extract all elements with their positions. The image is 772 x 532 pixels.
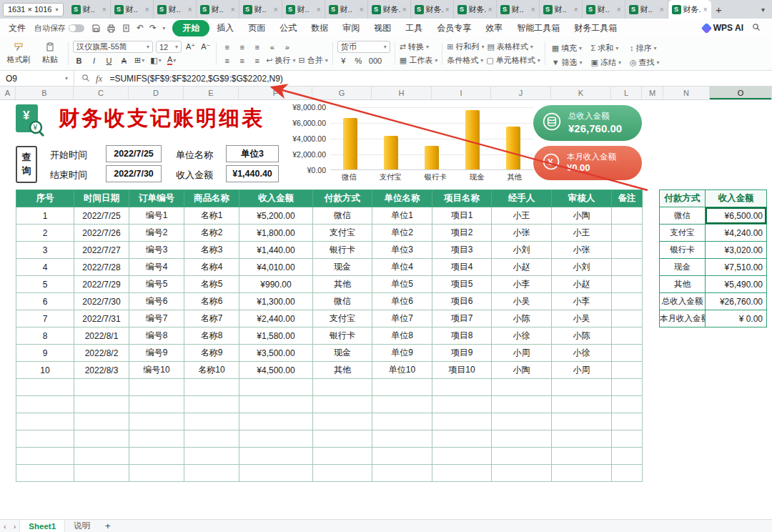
ledger-cell[interactable]: 2022/7/25 — [74, 207, 129, 225]
empty-cell[interactable] — [492, 430, 552, 448]
bold-button[interactable]: B — [73, 54, 85, 66]
empty-cell[interactable] — [16, 396, 74, 413]
ledger-cell[interactable]: 名称2 — [184, 225, 239, 242]
empty-cell[interactable] — [372, 379, 432, 396]
summary-cell[interactable]: 微信 — [660, 207, 706, 225]
ribbon-tab-数据[interactable]: 数据 — [304, 20, 335, 36]
ledger-cell[interactable]: 小徐 — [552, 345, 612, 362]
document-tab[interactable]: S财..× — [540, 0, 583, 19]
close-icon[interactable]: × — [660, 6, 664, 14]
ledger-cell[interactable]: 4 — [16, 259, 74, 276]
font-size-select[interactable]: 12 ▾ — [156, 41, 182, 53]
quick-action-button[interactable]: ▦填充▾ — [552, 43, 583, 54]
ribbon-tab-开始[interactable]: 开始 — [172, 20, 209, 36]
document-tab[interactable]: S财..× — [197, 0, 239, 19]
column-header-D[interactable]: D — [129, 87, 184, 99]
fill-color-button[interactable]: ◧▾ — [149, 54, 162, 66]
empty-cell[interactable] — [492, 396, 552, 413]
ledger-cell[interactable]: 小吴 — [552, 310, 612, 327]
merge-cells-button[interactable]: ⊟合并▾ — [299, 54, 328, 66]
paste-button[interactable]: 粘贴 — [36, 42, 64, 65]
ledger-cell[interactable]: 小李 — [492, 276, 552, 293]
align-top-icon[interactable]: ≡ — [221, 41, 233, 53]
column-header-O[interactable]: O — [710, 87, 772, 99]
empty-cell[interactable] — [612, 448, 643, 465]
document-tab[interactable]: S财..× — [68, 0, 111, 19]
column-header-F[interactable]: F — [239, 87, 312, 99]
ledger-cell[interactable]: 项目5 — [432, 276, 492, 293]
empty-cell[interactable] — [16, 379, 74, 396]
quick-action-button[interactable]: ↕排序▾ — [630, 43, 660, 54]
ledger-cell[interactable]: 编号3 — [129, 242, 184, 259]
ledger-header-cell[interactable]: 序号 — [16, 190, 74, 207]
start-time-value[interactable]: 2022/7/25 — [106, 145, 162, 162]
empty-cell[interactable] — [184, 379, 239, 396]
ledger-cell[interactable]: ¥2,440.00 — [239, 310, 313, 327]
empty-cell[interactable] — [184, 413, 239, 430]
ledger-cell[interactable] — [612, 225, 643, 242]
ledger-header-cell[interactable]: 备注 — [612, 190, 643, 207]
ledger-cell[interactable]: 编号7 — [129, 310, 184, 327]
sheet-nav-prev-icon[interactable]: ‹ — [0, 522, 10, 531]
ledger-cell[interactable]: 2022/7/28 — [74, 259, 129, 276]
new-document-tab-button[interactable]: + — [711, 4, 727, 16]
query-button[interactable]: 查询 — [16, 146, 37, 183]
ledger-cell[interactable]: 7 — [16, 310, 74, 327]
column-header-E[interactable]: E — [184, 87, 239, 99]
ledger-cell[interactable]: 项目6 — [432, 293, 492, 310]
ledger-cell[interactable]: 银行卡 — [313, 242, 372, 259]
ledger-cell[interactable]: 微信 — [313, 207, 372, 225]
ledger-cell[interactable]: 2022/8/1 — [74, 327, 129, 345]
save-icon[interactable] — [91, 24, 101, 33]
ledger-cell[interactable]: 编号8 — [129, 327, 184, 345]
ledger-cell[interactable]: 编号6 — [129, 293, 184, 310]
empty-cell[interactable] — [313, 430, 372, 448]
ledger-cell[interactable]: ¥1,800.00 — [239, 225, 313, 242]
wps-ai-button[interactable]: WPS AI — [703, 23, 743, 33]
format-painter-button[interactable]: 格式刷 — [5, 42, 32, 65]
summary-header-cell[interactable]: 收入金额 — [706, 190, 767, 207]
ledger-cell[interactable]: 2022/7/30 — [74, 293, 129, 310]
close-icon[interactable]: × — [445, 6, 450, 14]
summary-cell[interactable]: ¥5,490.00 — [706, 276, 767, 293]
empty-cell[interactable] — [184, 430, 239, 448]
ledger-header-cell[interactable]: 订单编号 — [129, 190, 184, 207]
ribbon-tab-页面[interactable]: 页面 — [241, 20, 272, 36]
ledger-cell[interactable]: 小徐 — [492, 327, 552, 345]
empty-cell[interactable] — [74, 448, 129, 465]
ledger-cell[interactable]: 项目8 — [432, 327, 492, 345]
empty-cell[interactable] — [16, 413, 74, 430]
document-tab[interactable]: S财务..× — [668, 0, 711, 19]
ledger-cell[interactable]: 现金 — [313, 259, 372, 276]
ledger-cell[interactable]: 单位8 — [372, 327, 432, 345]
document-tab[interactable]: S财务..× — [454, 0, 497, 19]
file-menu[interactable]: 文件 — [0, 22, 34, 34]
summary-cell[interactable]: 其他 — [660, 276, 706, 293]
ledger-cell[interactable]: 小张 — [552, 242, 612, 259]
ledger-header-cell[interactable]: 时间日期 — [74, 190, 129, 207]
summary-cell[interactable]: 支付宝 — [660, 225, 706, 242]
font-name-select[interactable]: 汉仪旗黑-55简 ▾ — [73, 41, 153, 53]
ledger-cell[interactable]: 2022/7/31 — [74, 310, 129, 327]
ledger-header-cell[interactable]: 付款方式 — [313, 190, 372, 207]
empty-cell[interactable] — [552, 465, 612, 482]
empty-cell[interactable] — [372, 448, 432, 465]
ribbon-tab-智能工具箱[interactable]: 智能工具箱 — [510, 20, 567, 36]
empty-cell[interactable] — [184, 396, 239, 413]
borders-button[interactable]: ⊞▾ — [133, 54, 146, 66]
sheet-nav-next-icon[interactable]: › — [10, 522, 20, 531]
ledger-cell[interactable]: 编号5 — [129, 276, 184, 293]
increase-font-icon[interactable]: A⁺ — [184, 41, 197, 53]
column-header-I[interactable]: I — [432, 87, 491, 99]
print-icon[interactable] — [107, 24, 116, 33]
ledger-cell[interactable]: 名称9 — [184, 345, 239, 362]
ledger-cell[interactable]: 支付宝 — [313, 225, 372, 242]
ledger-cell[interactable]: 2022/7/26 — [74, 225, 129, 242]
column-header-B[interactable]: B — [16, 87, 74, 99]
empty-cell[interactable] — [552, 448, 612, 465]
ledger-cell[interactable]: 编号1 — [129, 207, 184, 225]
close-icon[interactable]: × — [574, 6, 578, 14]
window-size-indicator[interactable]: 1631 × 1016 ▾ — [3, 3, 64, 16]
ledger-cell[interactable]: 名称5 — [184, 276, 239, 293]
ledger-cell[interactable]: 单位9 — [372, 345, 432, 362]
